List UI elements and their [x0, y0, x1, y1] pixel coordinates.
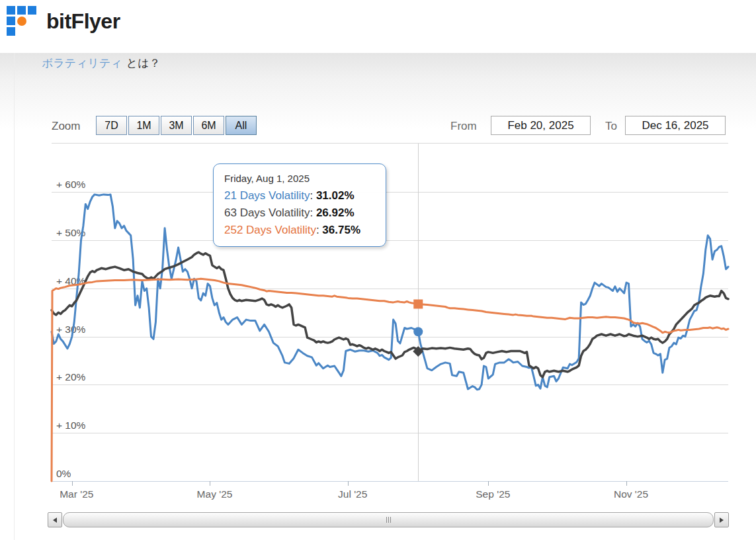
x-axis-label: Nov '25: [614, 488, 648, 500]
series-line-21-days-volatility: [52, 195, 728, 390]
tooltip-series-row: 63 Days Volatility: 26.92%: [224, 204, 375, 222]
y-axis-label: + 10%: [56, 420, 86, 431]
scrollbar-left-button[interactable]: [48, 512, 62, 527]
volatility-chart[interactable]: 0%+ 10%+ 20%+ 30%+ 40%+ 50%+ 60%Mar '25M…: [0, 0, 756, 540]
series-line-252-days-volatility: [52, 279, 728, 481]
y-axis-label: + 20%: [56, 371, 86, 382]
tooltip-series-row: 252 Days Volatility: 36.75%: [224, 222, 375, 239]
scrollbar-thumb[interactable]: [63, 512, 714, 527]
y-axis-label: 0%: [56, 468, 71, 479]
scrollbar-track[interactable]: [63, 512, 714, 527]
tooltip-rows: 21 Days Volatility: 31.02%63 Days Volati…: [224, 187, 375, 239]
252-days-volatility-point-marker: [413, 299, 423, 308]
chart-tooltip: Friday, Aug 1, 2025 21 Days Volatility: …: [213, 163, 386, 247]
x-axis-label: Sep '25: [476, 488, 510, 500]
x-axis-label: May '25: [197, 488, 233, 500]
tooltip-series-row: 21 Days Volatility: 31.02%: [224, 187, 375, 204]
21-days-volatility-point-marker: [413, 327, 423, 336]
page: bitFlyer ボラティリティとは？ Zoom 7D1M3M6MAll Fro…: [0, 0, 756, 540]
y-axis-label: + 30%: [56, 324, 86, 335]
grip-icon: [386, 517, 391, 523]
arrow-left-icon: [50, 518, 57, 523]
tooltip-date: Friday, Aug 1, 2025: [224, 173, 375, 184]
chart-scrollbar: [48, 512, 729, 527]
y-axis-label: + 60%: [56, 179, 86, 190]
arrow-right-icon: [720, 518, 726, 523]
x-axis-label: Mar '25: [60, 488, 93, 500]
x-axis-label: Jul '25: [338, 488, 367, 500]
scrollbar-right-button[interactable]: [714, 512, 729, 527]
